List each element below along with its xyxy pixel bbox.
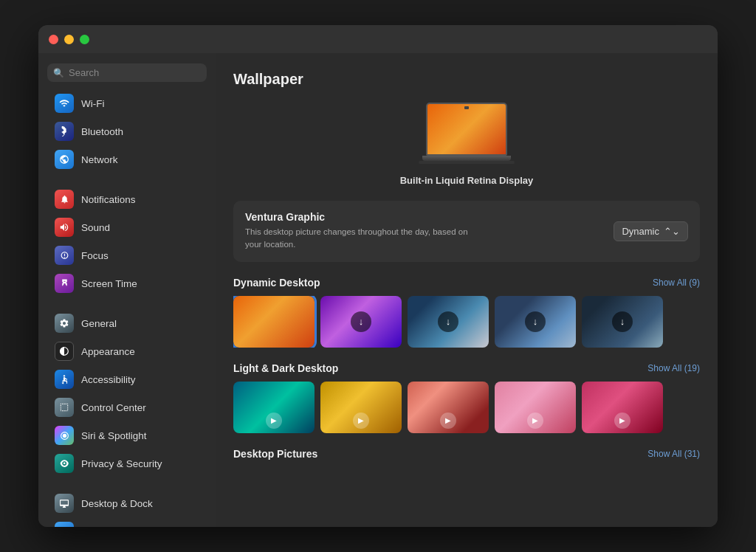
siri-icon	[55, 426, 74, 445]
download-icon: ↓	[612, 311, 633, 332]
wallpaper-thumb-purple[interactable]: ↓	[320, 296, 402, 348]
play-icon: ▶	[614, 413, 630, 429]
traffic-lights	[49, 35, 89, 44]
wallpaper-thumb-ld4[interactable]: ▶	[495, 382, 576, 433]
general-icon	[55, 314, 74, 333]
play-icon: ▶	[527, 413, 543, 429]
play-icon: ▶	[266, 413, 282, 429]
sidebar-item-wifi[interactable]: Wi-Fi	[43, 89, 211, 117]
sidebar-item-appearance[interactable]: Appearance	[43, 337, 211, 365]
wallpaper-info-left: Ventura Graphic This desktop picture cha…	[245, 211, 481, 252]
search-icon: 🔍	[53, 68, 64, 78]
dynamic-desktop-show-all[interactable]: Show All (9)	[653, 277, 700, 288]
wallpaper-thumb-ld2[interactable]: ▶	[320, 382, 402, 433]
svg-point-0	[63, 375, 65, 376]
sidebar-item-accessibility[interactable]: Accessibility	[43, 365, 211, 393]
privacy-icon	[55, 454, 74, 473]
wallpaper-description: This desktop picture changes throughout …	[245, 226, 481, 252]
sidebar-item-displays[interactable]: Displays	[43, 517, 211, 527]
sidebar-item-label: Notifications	[81, 194, 136, 205]
dynamic-desktop-grid: ↓ ↓ ↓ ↓	[233, 296, 700, 348]
chevron-updown-icon: ⌃⌄	[664, 226, 680, 237]
macbook-screen	[426, 103, 507, 156]
page-title: Wallpaper	[233, 71, 700, 88]
sidebar-item-label: Network	[81, 154, 118, 165]
sidebar-group-display: Desktop & Dock Displays	[38, 489, 216, 527]
sound-icon	[55, 218, 74, 237]
sidebar-item-focus[interactable]: Focus	[43, 241, 211, 269]
wallpaper-thumb-ld5[interactable]: ▶	[582, 382, 663, 433]
light-dark-header: Light & Dark Desktop Show All (19)	[233, 362, 700, 374]
sidebar-item-notifications[interactable]: Notifications	[43, 185, 211, 213]
sidebar-group-preferences: General Appearance	[38, 309, 216, 477]
sidebar-item-siri[interactable]: Siri & Spotlight	[43, 421, 211, 449]
sidebar-item-label: Siri & Spotlight	[81, 430, 147, 441]
sidebar-item-bluetooth[interactable]: Bluetooth	[43, 117, 211, 145]
wallpaper-thumb-ventura[interactable]	[233, 296, 315, 348]
sidebar-item-sound[interactable]: Sound	[43, 213, 211, 241]
dynamic-desktop-header: Dynamic Desktop Show All (9)	[233, 277, 700, 289]
sidebar-item-label: Privacy & Security	[81, 458, 162, 469]
wallpaper-thumb-catalina2[interactable]: ↓	[495, 296, 576, 348]
wallpaper-thumb-ld3[interactable]: ▶	[408, 382, 489, 433]
sidebar-item-label: Wi-Fi	[81, 98, 104, 109]
system-preferences-window: 🔍 Wi-Fi	[38, 25, 718, 527]
minimize-button[interactable]	[64, 35, 74, 44]
desktop-pictures-show-all[interactable]: Show All (31)	[647, 449, 700, 459]
main-content: Wallpaper Built-in Liquid Retina Display…	[216, 53, 718, 527]
displays-icon	[55, 522, 74, 527]
sidebar-item-label: Bluetooth	[81, 126, 123, 137]
light-dark-title: Light & Dark Desktop	[233, 362, 338, 374]
screentime-icon	[55, 274, 74, 293]
wallpaper-style-label: Dynamic	[622, 226, 659, 237]
appearance-icon	[55, 342, 74, 361]
sidebar-item-screentime[interactable]: Screen Time	[43, 269, 211, 297]
sidebar-group-system: Notifications Sound	[38, 185, 216, 297]
play-icon: ▶	[353, 413, 369, 429]
sidebar-item-general[interactable]: General	[43, 309, 211, 337]
wallpaper-thumb-extra[interactable]: ↓	[582, 296, 663, 348]
focus-icon	[55, 246, 74, 265]
notifications-icon	[55, 190, 74, 209]
sidebar-item-label: Screen Time	[81, 278, 137, 289]
close-button[interactable]	[49, 35, 58, 44]
download-icon: ↓	[525, 311, 546, 332]
sidebar-item-label: Displays	[81, 526, 119, 528]
sidebar-item-label: Accessibility	[81, 374, 136, 385]
play-icon: ▶	[440, 413, 456, 429]
titlebar	[38, 25, 718, 53]
desktop-pictures-header: Desktop Pictures Show All (31)	[233, 448, 700, 460]
maximize-button[interactable]	[80, 35, 89, 44]
sidebar-item-network[interactable]: Network	[43, 145, 211, 173]
controlcenter-icon	[55, 398, 74, 417]
svg-point-2	[62, 433, 66, 437]
sidebar-item-label: Focus	[81, 250, 109, 261]
sidebar-item-privacy[interactable]: Privacy & Security	[43, 449, 211, 477]
sidebar: 🔍 Wi-Fi	[38, 53, 216, 527]
wallpaper-thumb-ld1[interactable]: ▶	[233, 382, 315, 433]
accessibility-icon	[55, 370, 74, 389]
window-content: 🔍 Wi-Fi	[38, 53, 718, 527]
sidebar-item-label: Control Center	[81, 402, 146, 413]
light-dark-show-all[interactable]: Show All (19)	[647, 363, 700, 373]
sidebar-item-label: Sound	[81, 222, 110, 233]
sidebar-item-desktop[interactable]: Desktop & Dock	[43, 489, 211, 517]
desktop-icon	[55, 494, 74, 513]
network-icon	[55, 150, 74, 169]
light-dark-grid: ▶ ▶ ▶ ▶ ▶	[233, 382, 700, 433]
sidebar-item-controlcenter[interactable]: Control Center	[43, 393, 211, 421]
wallpaper-info-card: Ventura Graphic This desktop picture cha…	[233, 201, 700, 262]
sidebar-group-network: Wi-Fi Bluetooth Ne	[38, 89, 216, 173]
wifi-icon	[55, 94, 74, 113]
macbook-bottom	[419, 161, 515, 164]
search-input[interactable]	[69, 67, 201, 78]
download-icon: ↓	[351, 311, 371, 332]
sidebar-item-label: General	[81, 318, 117, 329]
search-box[interactable]: 🔍	[47, 63, 207, 82]
wallpaper-name: Ventura Graphic	[245, 211, 481, 223]
wallpaper-thumb-catalina[interactable]: ↓	[408, 296, 489, 348]
macbook-base	[422, 156, 511, 161]
sidebar-item-label: Desktop & Dock	[81, 498, 153, 509]
wallpaper-style-selector[interactable]: Dynamic ⌃⌄	[614, 221, 688, 241]
sidebar-item-label: Appearance	[81, 346, 135, 357]
